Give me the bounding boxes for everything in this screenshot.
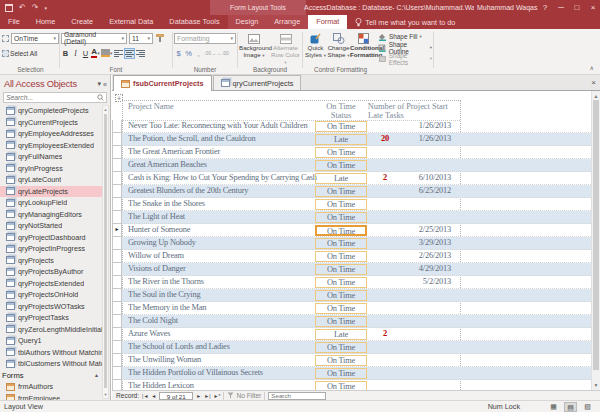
table-row[interactable]: The Snake in the Shores On Time: [122, 198, 591, 211]
underline-button[interactable]: U: [81, 48, 90, 59]
ribbon-tab-file[interactable]: File: [0, 15, 28, 29]
table-row[interactable]: Hunter of Someone On Time 2/25/2013: [122, 224, 591, 237]
align-right-button[interactable]: [136, 48, 145, 59]
nav-item[interactable]: qryEmployeesExtended: [0, 140, 102, 152]
nav-item[interactable]: qryProjectsOnHold: [0, 289, 102, 301]
nav-item[interactable]: qryManagingEditors: [0, 209, 102, 221]
ribbon-tab-database-tools[interactable]: Database Tools: [161, 15, 227, 29]
fill-color-button[interactable]: ▾: [101, 48, 113, 59]
table-row[interactable]: Azure Waves Late 2: [122, 328, 591, 341]
next-record-icon[interactable]: ►: [196, 393, 201, 399]
cell-late-tasks[interactable]: 2: [370, 328, 400, 340]
record-selector[interactable]: [112, 172, 122, 185]
record-selector[interactable]: [112, 185, 122, 198]
last-record-icon[interactable]: ►|: [204, 393, 210, 399]
nav-item[interactable]: qryProjectTasks: [0, 312, 102, 324]
record-selector[interactable]: [112, 341, 122, 354]
cell-project-start[interactable]: 3/29/2013: [403, 237, 451, 249]
ribbon-tab-arrange[interactable]: Arrange: [266, 15, 308, 29]
cell-project-name[interactable]: The Snake in the Shores: [128, 198, 431, 210]
ribbon-tab-home[interactable]: Home: [28, 15, 63, 29]
record-selector[interactable]: [112, 276, 122, 289]
scroll-down-icon[interactable]: ▼: [103, 392, 108, 397]
nav-item[interactable]: qryCompletedProjects: [0, 105, 102, 117]
record-selector[interactable]: [112, 367, 122, 380]
cell-on-time-status[interactable]: On Time: [315, 199, 367, 210]
cell-project-name[interactable]: The Hidden Portfolio of Villainous Secre…: [128, 367, 431, 379]
font-size-combobox[interactable]: 11 ▾: [129, 33, 153, 44]
nav-item[interactable]: qryProjectDashboard: [0, 232, 102, 244]
cell-project-name[interactable]: The Soul in the Crying: [128, 289, 431, 301]
table-row[interactable]: Growing Up Nobody On Time 3/29/2013: [122, 237, 591, 250]
cell-on-time-status[interactable]: On Time: [315, 186, 367, 197]
cell-on-time-status[interactable]: On Time: [315, 290, 367, 301]
cell-on-time-status[interactable]: On Time: [315, 147, 367, 158]
cell-project-start[interactable]: 2/25/2013: [403, 224, 451, 236]
cell-project-name[interactable]: Growing Up Nobody: [128, 237, 431, 249]
background-image-button[interactable]: Background Image ▾: [239, 31, 269, 67]
maximize-icon[interactable]: □: [570, 0, 584, 15]
first-record-icon[interactable]: |◄: [142, 393, 148, 399]
form-scrollbar[interactable]: ▲ ▼: [591, 91, 600, 390]
cell-project-name[interactable]: Great American Beaches: [128, 159, 431, 171]
alternate-row-color-button[interactable]: Alternate Row Color ▾: [270, 31, 301, 67]
cell-project-name[interactable]: Willow of Dream: [128, 250, 431, 262]
record-selector[interactable]: [112, 263, 122, 276]
cell-project-start[interactable]: 5/2/2013: [403, 276, 451, 288]
cell-project-name[interactable]: The School of Lords and Ladies: [128, 341, 431, 353]
table-row[interactable]: Greatest Blunders of the 20th Century On…: [122, 185, 591, 198]
help-icon[interactable]: ?: [538, 0, 552, 15]
italic-button[interactable]: I: [71, 48, 80, 59]
table-row[interactable]: The Hidden Lexicon On Time: [122, 380, 591, 390]
cell-project-name[interactable]: Greatest Blunders of the 20th Century: [128, 185, 431, 197]
cell-project-name[interactable]: Visions of Danger: [128, 263, 431, 275]
table-row[interactable]: The Cold Night On Time: [122, 315, 591, 328]
cell-project-name[interactable]: The Memory in the Man: [128, 302, 431, 314]
cell-project-start[interactable]: 2/26/2013: [403, 250, 451, 262]
save-icon[interactable]: [5, 4, 13, 12]
increase-decimals-icon[interactable]: .00→: [204, 48, 216, 59]
record-search-box[interactable]: [268, 392, 326, 400]
nav-item[interactable]: qryFullNames: [0, 151, 102, 163]
shutter-bar-close-icon[interactable]: «: [103, 81, 107, 88]
cell-on-time-status[interactable]: On Time: [315, 160, 367, 171]
cell-project-name[interactable]: The Unwilling Woman: [128, 354, 431, 366]
design-view-icon[interactable]: ▧: [581, 402, 594, 412]
nav-group-header[interactable]: Forms ▲: [0, 370, 102, 382]
cell-late-tasks[interactable]: 2: [370, 172, 400, 184]
redo-icon[interactable]: ↷: [32, 3, 39, 12]
ribbon-tab-external-data[interactable]: External Data: [101, 15, 161, 29]
record-selector[interactable]: [112, 159, 122, 172]
record-selector[interactable]: [112, 120, 122, 133]
cell-project-name[interactable]: Hunter of Someone: [128, 224, 431, 236]
table-row[interactable]: The School of Lords and Ladies On Time: [122, 341, 591, 354]
cell-project-name[interactable]: The Cold Night: [128, 315, 431, 327]
nav-search-box[interactable]: [3, 92, 107, 103]
undo-icon[interactable]: ↶: [19, 3, 26, 12]
table-row[interactable]: The Soul in the Crying On Time: [122, 289, 591, 302]
cell-on-time-status[interactable]: On Time: [315, 381, 367, 390]
nav-scrollbar-thumb[interactable]: [104, 114, 107, 388]
nav-item[interactable]: qryProjectsWOTasks: [0, 301, 102, 313]
align-left-button[interactable]: [114, 48, 123, 59]
tell-me-box[interactable]: Tell me what you want to do: [347, 15, 463, 29]
cell-project-start[interactable]: 6/10/2013: [403, 172, 451, 184]
table-row[interactable]: The Memory in the Man On Time: [122, 302, 591, 315]
nav-item[interactable]: qryLookupField: [0, 197, 102, 209]
table-row[interactable]: Visions of Danger On Time 4/29/2013: [122, 263, 591, 276]
record-selector[interactable]: [112, 211, 122, 224]
cell-on-time-status[interactable]: Late: [315, 173, 367, 184]
cell-project-name[interactable]: Never Too Late: Reconnecting with Your A…: [128, 120, 431, 132]
cell-project-name[interactable]: The Light of Heat: [128, 211, 431, 223]
record-selector[interactable]: [112, 237, 122, 250]
no-filter-button[interactable]: No Filter: [227, 392, 261, 399]
record-selector[interactable]: [112, 250, 122, 263]
close-document-icon[interactable]: ×: [591, 78, 596, 87]
nav-item[interactable]: qryProjectsByAuthor: [0, 266, 102, 278]
quick-styles-button[interactable]: Quick Styles ▾: [304, 31, 327, 67]
cell-project-start[interactable]: 1/26/2013: [403, 133, 451, 145]
table-row[interactable]: Willow of Dream On Time 2/26/2013: [122, 250, 591, 263]
nav-pane-header[interactable]: All Access Objects ▾ «: [0, 75, 110, 91]
selection-combobox[interactable]: OnTime ▾: [11, 33, 59, 44]
scroll-down-icon[interactable]: ▼: [592, 382, 600, 388]
